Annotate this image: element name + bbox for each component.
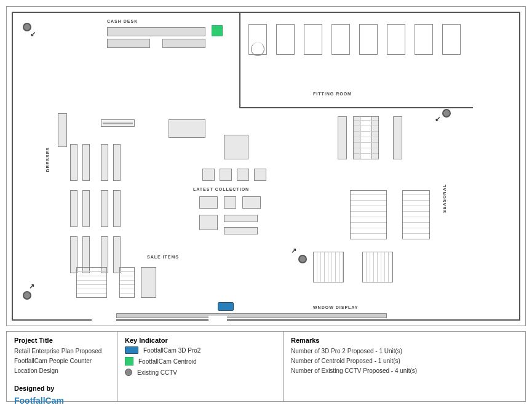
rack-dress-3 <box>101 144 108 181</box>
rack-dress-2 <box>82 144 90 181</box>
seasonal-label: SEASONAL <box>442 184 447 213</box>
bottom-rack-2 <box>362 252 393 282</box>
key-centroid-item: FootfallCam Centroid <box>125 357 276 366</box>
key-indicator-label: Key Indicator <box>125 337 276 344</box>
rack-dress-4 <box>113 144 121 181</box>
cctv-arrow-bottomcenter: ↗ <box>291 247 296 255</box>
sq-4 <box>254 169 266 181</box>
stall-2 <box>276 24 295 55</box>
rack-line <box>103 124 133 124</box>
seasonal-tall-1 <box>338 116 347 159</box>
key-cctv-item: Existing CCTV <box>125 369 276 376</box>
cctv-dot-bottomcenter <box>298 255 307 263</box>
stall-5 <box>359 24 378 55</box>
page-wrapper: CASH DESK FITTING ROOM ↙ <box>0 0 532 408</box>
sale-items-label: SALE ITEMS <box>147 255 179 259</box>
lc-2 <box>224 196 236 209</box>
door-bottom-1 <box>92 316 116 321</box>
key-centroid-icon <box>125 357 133 366</box>
lc-3 <box>242 196 261 209</box>
sale-rack-2 <box>119 267 135 298</box>
stall-6 <box>387 24 405 55</box>
divider-fitting-v <box>239 12 240 107</box>
seasonal-rack-lower <box>350 190 387 239</box>
remarks-body: Number of 3D Pro 2 Proposed - 1 Unit(s) … <box>291 346 518 376</box>
cash-desk-label: CASH DESK <box>107 19 138 23</box>
rack-dress-8 <box>113 190 121 227</box>
door-bottom-2 <box>208 316 227 321</box>
stall-7 <box>415 24 433 55</box>
rack-dress-6 <box>82 190 90 227</box>
sq-1 <box>202 169 215 181</box>
info-remarks-col: Remarks Number of 3D Pro 2 Proposed - 1 … <box>284 332 525 401</box>
cctv-dot-bottomleft <box>23 291 31 300</box>
sale-fixture-1 <box>141 267 156 298</box>
designed-by-label: Designed by <box>14 385 109 392</box>
key-cctv-icon <box>125 369 132 376</box>
dresses-label-container: DRESSES <box>46 147 50 172</box>
center-table-1 <box>169 119 205 138</box>
cctv-arrow-topleft: ↙ <box>30 30 36 38</box>
rack-dress-5 <box>70 190 77 227</box>
rack-tall-1 <box>58 113 67 147</box>
centroid-sensor <box>212 25 223 36</box>
key-cctv-label: Existing CCTV <box>137 369 177 376</box>
rack-dress-1 <box>70 144 77 181</box>
remarks-label: Remarks <box>291 337 518 344</box>
fitting-room-label: FITTING ROOM <box>313 92 352 96</box>
project-title-label: Project Title <box>14 337 109 344</box>
seasonal-rack-lower2 <box>402 190 430 239</box>
pro2-sensor <box>218 302 234 311</box>
info-section: Project Title Retail Enterprise Plan Pro… <box>6 331 526 402</box>
rack-dress-7 <box>101 190 108 227</box>
key-pro2-label: FootfallCam 3D Pro2 <box>143 347 200 354</box>
stall-arc-1 <box>251 42 264 56</box>
cctv-arrow-bottomleft: ↗ <box>29 282 34 290</box>
key-centroid-label: FootfallCam Centroid <box>138 358 196 365</box>
lc-5 <box>224 215 258 222</box>
seasonal-label-container: SEASONAL <box>442 184 447 213</box>
cash-counter-main <box>107 27 205 36</box>
key-pro2-icon <box>125 346 138 354</box>
cash-counter-sub1 <box>107 39 150 48</box>
remark-2: Number of Centroid Proposed - 1 unit(s) <box>291 356 518 366</box>
seasonal-tall-2 <box>393 116 402 159</box>
rack-h-1 <box>101 119 135 127</box>
sq-3 <box>237 169 249 181</box>
floorplan-container: CASH DESK FITTING ROOM ↙ <box>6 6 526 326</box>
stall-4 <box>332 24 350 55</box>
remark-1: Number of 3D Pro 2 Proposed - 1 Unit(s) <box>291 346 518 356</box>
cash-counter-sub2 <box>162 39 205 48</box>
window-display-label: WNDOW DISPLAY <box>313 305 358 310</box>
project-title: Retail Enterprise Plan Proposed Footfall… <box>14 346 109 376</box>
cctv-dot-topright <box>442 109 451 118</box>
bottom-rack-1 <box>313 252 344 282</box>
sq-2 <box>220 169 232 181</box>
footfallcam-logo: FootfallCam <box>14 396 109 406</box>
divider-fitting-h <box>239 107 473 108</box>
latest-collection-label: LATEST COLLECTION <box>193 187 249 191</box>
lc-4 <box>199 215 218 230</box>
key-pro2-item: FootfallCam 3D Pro2 <box>125 346 276 354</box>
stall-3 <box>304 24 322 55</box>
cctv-arrow-topright: ↙ <box>435 115 440 123</box>
lc-1 <box>199 196 218 209</box>
remark-3: Number of Existing CCTV Proposed - 4 uni… <box>291 366 518 376</box>
dresses-label: DRESSES <box>46 147 50 172</box>
rack-lines-1 <box>101 120 134 126</box>
sale-rack-1 <box>76 267 107 298</box>
info-key-col: Key Indicator FootfallCam 3D Pro2 Footfa… <box>117 332 284 401</box>
seasonal-rack-panel <box>353 116 379 159</box>
store-outline: CASH DESK FITTING ROOM ↙ <box>12 12 520 321</box>
info-project-col: Project Title Retail Enterprise Plan Pro… <box>7 332 117 401</box>
stall-8 <box>442 24 461 55</box>
window-ledge <box>116 313 387 318</box>
display-table-1 <box>224 135 248 159</box>
lc-6 <box>224 227 258 234</box>
